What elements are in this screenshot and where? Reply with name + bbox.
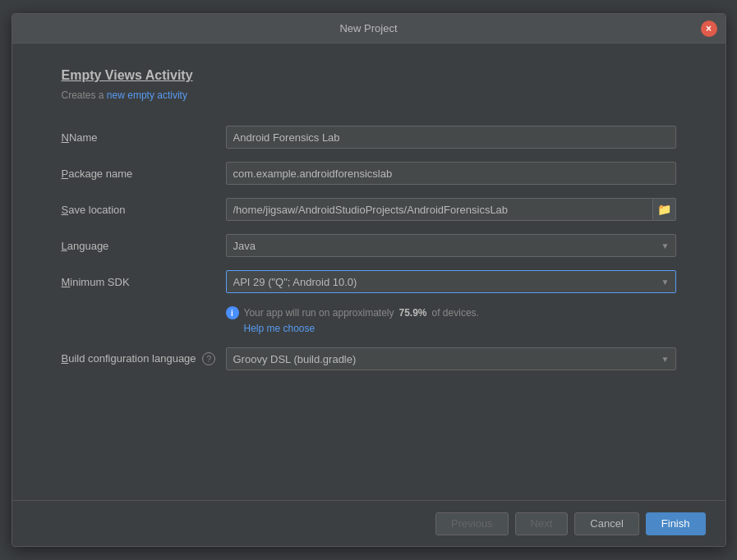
- activity-subtitle: Creates a new empty activity: [62, 90, 676, 101]
- save-location-input-group: 📁: [226, 198, 676, 221]
- sdk-info-prefix: Your app will run on approximately: [244, 307, 394, 319]
- sdk-info-text: i Your app will run on approximately 75.…: [226, 306, 676, 319]
- dialog-wrapper: New Project × Empty Views Activity Creat…: [0, 0, 737, 560]
- build-config-help-icon[interactable]: ?: [202, 352, 215, 365]
- dialog-footer: Previous Next Cancel Finish: [12, 500, 725, 546]
- save-location-label: Save location: [62, 204, 226, 216]
- activity-title: Empty Views Activity: [62, 68, 676, 83]
- minimum-sdk-select[interactable]: API 29 ("Q"; Android 10.0) API 28 (Andro…: [226, 270, 676, 293]
- build-config-label: Build configuration language ?: [62, 352, 226, 366]
- help-me-choose-link[interactable]: Help me choose: [244, 323, 676, 334]
- name-label-text: Name: [69, 131, 98, 144]
- name-label: NName: [62, 131, 226, 144]
- save-location-input[interactable]: [226, 198, 653, 221]
- sdk-info: i Your app will run on approximately 75.…: [226, 306, 676, 334]
- sdk-info-suffix: of devices.: [432, 307, 479, 319]
- new-project-dialog: New Project × Empty Views Activity Creat…: [12, 13, 726, 547]
- build-config-select[interactable]: Groovy DSL (build.gradle) Kotlin DSL (bu…: [226, 347, 676, 370]
- cancel-button[interactable]: Cancel: [574, 512, 638, 535]
- finish-button[interactable]: Finish: [646, 512, 706, 535]
- package-input[interactable]: [226, 162, 676, 185]
- minimum-sdk-row: Minimum SDK API 29 ("Q"; Android 10.0) A…: [62, 270, 676, 293]
- language-select-wrapper: Java Kotlin ▼: [226, 234, 676, 257]
- close-button[interactable]: ×: [701, 21, 717, 37]
- subtitle-prefix: Creates a: [62, 90, 107, 101]
- language-select[interactable]: Java Kotlin: [226, 234, 676, 257]
- sdk-percentage: 75.9%: [399, 307, 427, 319]
- subtitle-link: new empty activity: [107, 90, 187, 101]
- package-label: Package name: [62, 168, 226, 180]
- name-input[interactable]: [226, 126, 676, 149]
- dialog-title: New Project: [339, 22, 397, 34]
- build-config-row: Build configuration language ? Groovy DS…: [62, 347, 676, 370]
- next-button[interactable]: Next: [515, 512, 569, 535]
- name-row: NName: [62, 126, 676, 149]
- info-icon: i: [226, 306, 239, 319]
- build-config-select-wrapper: Groovy DSL (build.gradle) Kotlin DSL (bu…: [226, 347, 676, 370]
- dialog-content: Empty Views Activity Creates a new empty…: [12, 44, 725, 500]
- minimum-sdk-label: Minimum SDK: [62, 276, 226, 288]
- browse-folder-button[interactable]: 📁: [653, 198, 676, 221]
- language-label: Language: [62, 240, 226, 252]
- language-row: Language Java Kotlin ▼: [62, 234, 676, 257]
- package-row: Package name: [62, 162, 676, 185]
- title-bar: New Project ×: [12, 14, 725, 44]
- minimum-sdk-select-wrapper: API 29 ("Q"; Android 10.0) API 28 (Andro…: [226, 270, 676, 293]
- save-location-row: Save location 📁: [62, 198, 676, 221]
- previous-button[interactable]: Previous: [435, 512, 509, 535]
- folder-icon: 📁: [657, 203, 671, 216]
